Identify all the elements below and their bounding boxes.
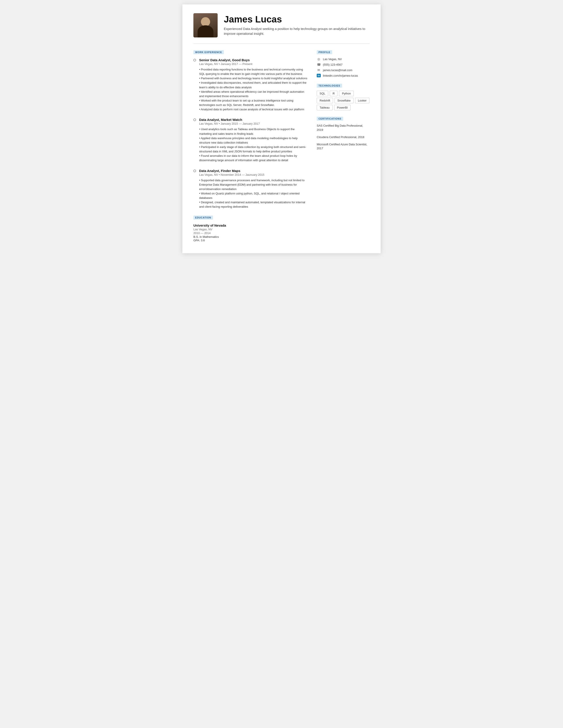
main-layout: WORK EXPERIENCE Senior Data Analyst, Goo…	[193, 50, 370, 242]
email-text: james.lucas@mail.com	[323, 68, 352, 72]
header-section: James Lucas Experienced Data Analyst see…	[193, 13, 370, 37]
bullet-circle	[193, 118, 196, 121]
tech-tags-container: SQL R Python Redshift Snowflake Looker T…	[317, 91, 370, 110]
email-icon: ✉	[317, 68, 321, 72]
technologies-section: TECHNOLOGIES SQL R Python Redshift Snowf…	[317, 83, 370, 110]
avatar	[193, 13, 218, 37]
school-name: University of Nevada	[193, 224, 308, 227]
right-column: PROFILE ◎ Las Vegas, NV ☎ (555) 123-4567…	[317, 50, 370, 242]
job-meta: Las Vegas, NV • November 2014 — Jaunuary…	[199, 173, 308, 176]
work-item: Data Analyst, Market Watch Las Vegas, NV…	[193, 118, 308, 163]
tech-tag: Python	[339, 91, 354, 96]
school-gpa: GPA: 3.6	[193, 239, 308, 242]
profile-email: ✉ james.lucas@mail.com	[317, 68, 370, 72]
work-content: Data Analyst, Finder Maps Las Vegas, NV …	[199, 169, 308, 209]
resume-document: James Lucas Experienced Data Analyst see…	[182, 4, 381, 253]
candidate-subtitle: Experienced Data Analyst seeking a posit…	[224, 26, 370, 36]
candidate-name: James Lucas	[224, 14, 370, 24]
job-meta: Las Vegas, NV • January 2015 — January 2…	[199, 122, 308, 125]
certifications-label: CERTIFICATIONS	[317, 117, 343, 121]
bullet-circle	[193, 170, 196, 172]
tech-tag: Tableau	[317, 105, 333, 110]
header-text: James Lucas Experienced Data Analyst see…	[224, 14, 370, 36]
work-experience-label: WORK EXPERIENCE	[193, 50, 224, 54]
location-text: Las Vegas, NV	[323, 57, 342, 61]
cert-item: Microsoft Certified Azure Data Scientist…	[317, 142, 370, 151]
location-icon: ◎	[317, 57, 321, 61]
tech-tag: PowerBI	[334, 105, 351, 110]
education-label: EDUCATION	[193, 216, 213, 220]
tech-tag: R	[330, 91, 337, 96]
education-content: University of Nevada Las Vegas, NV 2010 …	[193, 224, 308, 242]
work-item: Data Analyst, Finder Maps Las Vegas, NV …	[193, 169, 308, 209]
linkedin-icon: in	[317, 74, 321, 77]
school-degree: B.S. in Mathematics	[193, 235, 308, 238]
work-content: Data Analyst, Market Watch Las Vegas, NV…	[199, 118, 308, 163]
profile-phone: ☎ (555) 123-4567	[317, 63, 370, 66]
bullet-circle	[193, 59, 196, 61]
education-section: EDUCATION University of Nevada Las Vegas…	[193, 215, 308, 242]
job-description: • Supported data governance processes an…	[199, 178, 308, 209]
school-location: Las Vegas, NV	[193, 228, 308, 231]
certifications-section: CERTIFICATIONS SAS Certified Big Data Pr…	[317, 116, 370, 151]
job-title: Data Analyst, Market Watch	[199, 118, 308, 122]
tech-tag: Looker	[355, 98, 370, 103]
phone-icon: ☎	[317, 63, 321, 66]
profile-linkedin: in linkedin.com/in/james-lucas	[317, 74, 370, 77]
job-description: • Used analytics tools such as Tableau a…	[199, 127, 308, 163]
technologies-label: TECHNOLOGIES	[317, 84, 342, 88]
job-meta: Las Vegas, NV • January 2017 — Present	[199, 62, 308, 66]
cert-item: Cloudera Certified Professional, 2018	[317, 135, 370, 139]
tech-tag: SQL	[317, 91, 328, 96]
left-column: WORK EXPERIENCE Senior Data Analyst, Goo…	[193, 50, 308, 242]
tech-tag: Snowflake	[335, 98, 354, 103]
work-experience-section: WORK EXPERIENCE Senior Data Analyst, Goo…	[193, 50, 308, 209]
tech-tag: Redshift	[317, 98, 333, 103]
work-item: Senior Data Analyst, Good Buys Las Vegas…	[193, 58, 308, 112]
school-years: 2010 — 2014	[193, 231, 308, 235]
profile-section: PROFILE ◎ Las Vegas, NV ☎ (555) 123-4567…	[317, 50, 370, 77]
profile-label: PROFILE	[317, 50, 332, 54]
phone-text: (555) 123-4567	[323, 63, 343, 66]
job-title: Data Analyst, Finder Maps	[199, 169, 308, 173]
job-description: • Provided data reporting functions to t…	[199, 67, 308, 112]
profile-location: ◎ Las Vegas, NV	[317, 57, 370, 61]
linkedin-text: linkedin.com/in/james-lucas	[323, 74, 358, 77]
cert-item: SAS Certified Big Data Professional, 201…	[317, 124, 370, 132]
job-title: Senior Data Analyst, Good Buys	[199, 58, 308, 62]
work-content: Senior Data Analyst, Good Buys Las Vegas…	[199, 58, 308, 112]
